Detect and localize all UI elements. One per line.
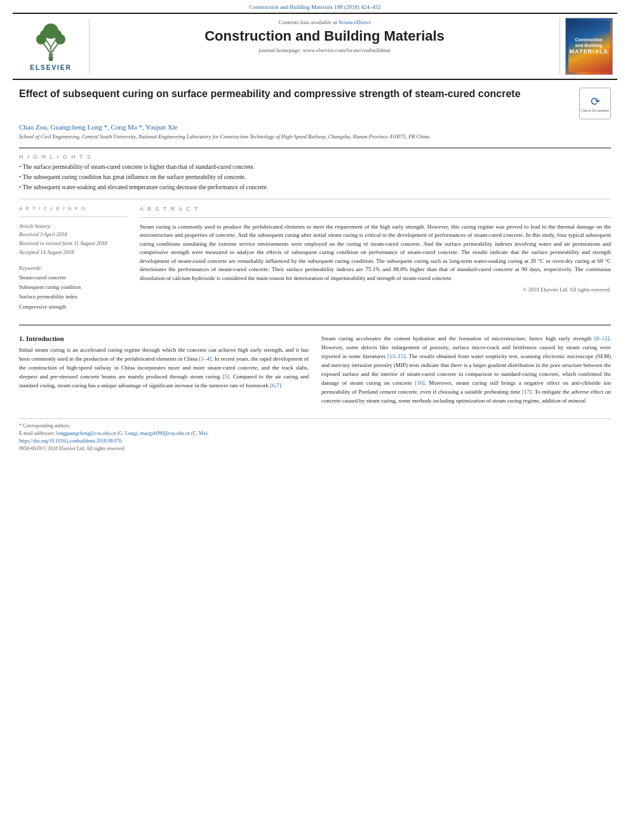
check-updates-icon: ⟳: [591, 95, 600, 109]
issn-line: 0950-0618/© 2018 Elsevier Ltd. All right…: [19, 446, 611, 451]
journal-header: ELSEVIER Contents lists available at Sci…: [13, 13, 617, 80]
article-history: Article history: Received 3 April 2018 R…: [19, 222, 127, 257]
divider-after-highlights: [19, 199, 611, 199]
revised-date: Received in revised form 11 August 2018: [19, 239, 127, 248]
abstract-label: A B S T R A C T: [140, 206, 611, 212]
intro-para-2: Steam curing accelerates the cement hydr…: [321, 335, 611, 406]
authors-text: Chao Zou, Guangcheng Long *, Cong Ma *, …: [19, 123, 178, 131]
article-content: Effect of subsequent curing on surface p…: [0, 80, 630, 461]
journal-homepage: journal homepage: www.elsevier.com/locat…: [96, 47, 553, 53]
info-divider: [19, 217, 127, 217]
citation-bar: Construction and Building Materials 188 …: [0, 0, 630, 13]
ref-1-4: [1–4]: [199, 356, 212, 362]
ref-8-12: [8–12]: [594, 335, 610, 342]
keyword-4: Compressive strength: [19, 302, 127, 312]
journal-cover-area: Constructionand BuildingMATERIALS: [560, 18, 617, 75]
intro-text-right: Steam curing accelerates the cement hydr…: [321, 335, 611, 406]
keyword-1: Steam-cured concrete: [19, 273, 127, 283]
intro-text-left: Initial steam curing is an accelerated c…: [19, 346, 309, 390]
authors-line: Chao Zou, Guangcheng Long *, Cong Ma *, …: [19, 123, 611, 131]
divider-before-body: [19, 324, 611, 326]
ref-13-15: [13–15]: [387, 353, 406, 359]
divider-after-affiliation: [19, 147, 611, 149]
highlights-section: H I G H L I G H T S The surface permeabi…: [19, 154, 611, 192]
corresponding-authors: * Corresponding authors.: [19, 423, 611, 429]
page: Construction and Building Materials 188 …: [0, 0, 630, 461]
article-title: Effect of subsequent curing on surface p…: [19, 88, 579, 101]
publisher-logo-area: ELSEVIER: [13, 18, 89, 75]
body-two-col: 1. Introduction Initial steam curing is …: [19, 335, 611, 409]
received-date: Received 3 April 2018: [19, 230, 127, 239]
email-label: E-mail addresses:: [19, 430, 55, 436]
citation-text: Construction and Building Materials 188 …: [249, 4, 380, 10]
journal-title-area: Contents lists available at ScienceDirec…: [89, 18, 560, 75]
ref-6-7: [6,7]: [270, 382, 281, 389]
abstract-text: Steam curing is commonly used to produce…: [140, 223, 611, 283]
body-col-right: Steam curing accelerates the cement hydr…: [321, 335, 611, 409]
ref-5: [5]: [222, 373, 229, 380]
keyword-2: Subsequent curing condition: [19, 283, 127, 292]
accepted-date: Accepted 14 August 2018: [19, 248, 127, 257]
abstract-divider: [140, 217, 611, 218]
keywords-list: Steam-cured concrete Subsequent curing c…: [19, 273, 127, 312]
highlight-1: The surface permeability of steam-cured …: [19, 163, 611, 171]
article-info-col: A R T I C L E I N F O Article history: R…: [19, 206, 127, 319]
highlight-3: The subsequent water-soaking and elevate…: [19, 183, 611, 192]
elsevier-tree-icon: [32, 22, 70, 63]
svg-point-10: [50, 47, 52, 50]
highlights-label: H I G H L I G H T S: [19, 154, 611, 160]
article-info-section: A R T I C L E I N F O Article history: R…: [19, 206, 127, 257]
ref-17: [17]: [522, 389, 532, 395]
article-title-section: Effect of subsequent curing on surface p…: [19, 88, 611, 119]
abstract-section: A B S T R A C T Steam curing is commonly…: [140, 206, 611, 293]
doi-line: https://doi.org/10.1016/j.conbuildmat.20…: [19, 438, 611, 444]
cover-label: Constructionand BuildingMATERIALS: [570, 37, 608, 56]
intro-para-1: Initial steam curing is an accelerated c…: [19, 346, 309, 390]
email-footnote: E-mail addresses: longguangcheng@csu.edu…: [19, 430, 611, 436]
ref-16: [16]: [415, 380, 425, 386]
article-info-label: A R T I C L E I N F O: [19, 206, 127, 211]
svg-point-9: [53, 30, 62, 39]
info-abstract-row: A R T I C L E I N F O Article history: R…: [19, 206, 611, 319]
keyword-3: Surface permeability index: [19, 292, 127, 302]
keywords-section: Keywords: Steam-cured concrete Subsequen…: [19, 264, 127, 312]
abstract-col: A B S T R A C T Steam curing is commonly…: [140, 206, 611, 319]
copyright-line: © 2018 Elsevier Ltd. All rights reserved…: [140, 286, 611, 293]
affiliation: School of Civil Engineering, Central Sou…: [19, 133, 611, 141]
intro-heading: 1. Introduction: [19, 335, 309, 342]
check-updates-badge: ⟳ Check for updates: [579, 88, 611, 119]
article-footer: * Corresponding authors. E-mail addresse…: [19, 418, 611, 451]
email-addresses: longguangcheng@csu.edu.cn (G. Long), mac…: [57, 430, 209, 436]
elsevier-logo: ELSEVIER: [30, 22, 71, 71]
keywords-label: Keywords:: [19, 264, 127, 273]
history-label: Article history:: [19, 222, 127, 231]
highlight-2: The subsequent curing condition has grea…: [19, 173, 611, 182]
elsevier-text: ELSEVIER: [30, 64, 71, 71]
journal-title: Construction and Building Materials: [96, 28, 553, 44]
svg-point-8: [40, 30, 49, 39]
body-section: 1. Introduction Initial steam curing is …: [19, 335, 611, 409]
sciencedirect-link[interactable]: ScienceDirect: [338, 19, 370, 25]
body-col-left: 1. Introduction Initial steam curing is …: [19, 335, 309, 409]
check-updates-label: Check for updates: [581, 109, 609, 112]
journal-cover-image: Constructionand BuildingMATERIALS: [565, 18, 613, 75]
contents-line: Contents lists available at ScienceDirec…: [96, 19, 553, 25]
